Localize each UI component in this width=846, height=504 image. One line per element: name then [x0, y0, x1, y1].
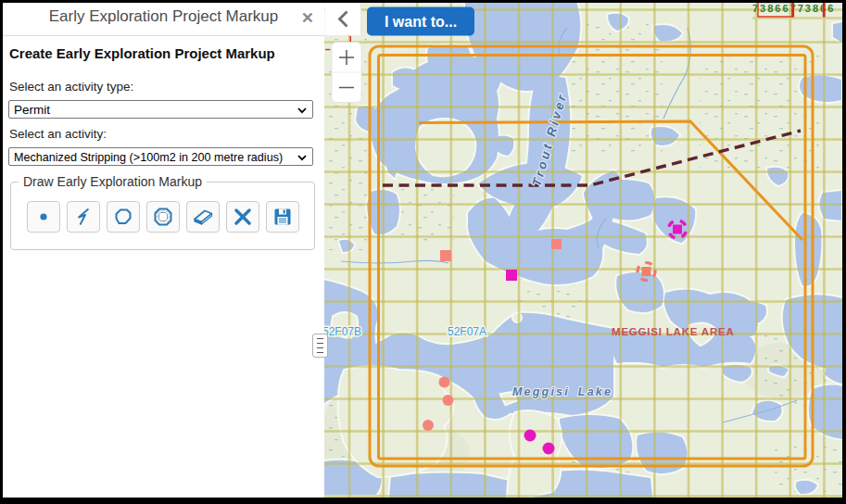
svg-text:52F07A: 52F07A [448, 325, 486, 338]
svg-text:Meggisi Lake: Meggisi Lake [512, 385, 612, 398]
svg-text:52F07B: 52F07B [324, 325, 361, 338]
svg-text:MEGGISI LAKE AREA: MEGGISI LAKE AREA [612, 326, 735, 337]
svg-text:I want to...: I want to... [385, 14, 457, 30]
